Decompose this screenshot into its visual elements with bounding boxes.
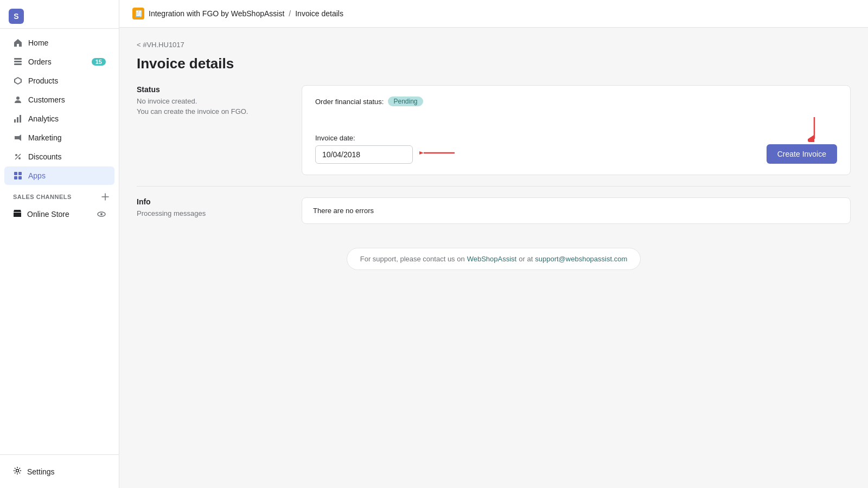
app-icon: 🧾 bbox=[132, 8, 144, 20]
info-section: Info Processing messages There are no er… bbox=[137, 197, 851, 224]
sidebar-item-apps-label: Apps bbox=[28, 171, 46, 180]
support-bar: For support, please contact us on WebSho… bbox=[347, 248, 641, 270]
add-sales-channel-icon[interactable] bbox=[100, 192, 110, 202]
orders-badge: 15 bbox=[92, 58, 106, 66]
info-card: There are no errors bbox=[302, 197, 851, 224]
svg-rect-1 bbox=[14, 61, 22, 62]
section-divider bbox=[137, 186, 851, 187]
svg-point-3 bbox=[16, 97, 20, 100]
status-label: Status bbox=[137, 85, 289, 94]
status-left: Status No invoice created. You can creat… bbox=[137, 85, 289, 175]
logo-icon: S bbox=[9, 9, 24, 24]
sidebar-item-analytics[interactable]: Analytics bbox=[4, 110, 114, 128]
sales-channels-header: SALES CHANNELS bbox=[0, 185, 119, 204]
no-invoice-text: No invoice created. bbox=[137, 97, 289, 105]
svg-rect-4 bbox=[14, 119, 16, 123]
svg-rect-10 bbox=[14, 172, 17, 175]
sidebar-item-home-label: Home bbox=[28, 38, 48, 47]
create-invoice-area: Create Invoice bbox=[464, 115, 837, 164]
sidebar-item-home[interactable]: Home bbox=[4, 34, 114, 52]
sidebar-item-discounts-label: Discounts bbox=[28, 152, 61, 161]
settings-label: Settings bbox=[27, 467, 55, 476]
date-input-wrapper bbox=[315, 145, 413, 164]
sidebar-footer: Settings bbox=[0, 454, 119, 488]
arrow-down-svg bbox=[808, 115, 821, 142]
svg-point-8 bbox=[18, 157, 21, 159]
svg-rect-12 bbox=[14, 176, 17, 179]
create-invoice-button[interactable]: Create Invoice bbox=[767, 144, 837, 164]
sidebar-item-customers-label: Customers bbox=[28, 95, 65, 104]
main-content: 🧾 Integration with FGO by WebShopAssist … bbox=[119, 0, 868, 488]
svg-rect-13 bbox=[18, 176, 22, 179]
support-text-middle: or at bbox=[519, 255, 533, 263]
customers-icon bbox=[13, 95, 23, 105]
info-label: Info bbox=[137, 197, 289, 206]
topbar-app-name: Integration with FGO by WebShopAssist bbox=[149, 9, 284, 18]
sidebar-item-customers[interactable]: Customers bbox=[4, 91, 114, 109]
online-store-icon bbox=[13, 209, 22, 219]
topbar-separator: / bbox=[289, 9, 291, 18]
sidebar-item-discounts[interactable]: Discounts bbox=[4, 147, 114, 166]
sidebar: S Home Orders 15 Products Custom bbox=[0, 0, 119, 488]
products-icon bbox=[13, 76, 23, 86]
sidebar-item-marketing-label: Marketing bbox=[28, 133, 61, 142]
page-title: Invoice details bbox=[137, 55, 851, 72]
svg-rect-6 bbox=[20, 115, 21, 123]
topbar: 🧾 Integration with FGO by WebShopAssist … bbox=[119, 0, 868, 28]
no-errors-text: There are no errors bbox=[313, 207, 374, 215]
sidebar-nav: Home Orders 15 Products Customers bbox=[0, 29, 119, 454]
arrow-left-svg bbox=[419, 146, 457, 159]
sidebar-item-marketing[interactable]: Marketing bbox=[4, 129, 114, 147]
back-link[interactable]: < #VH.HU1017 bbox=[137, 41, 851, 49]
red-arrow-down-wrapper bbox=[808, 115, 837, 142]
apps-icon bbox=[13, 171, 23, 181]
processing-messages-label: Processing messages bbox=[137, 209, 289, 217]
topbar-current-page: Invoice details bbox=[295, 9, 343, 18]
sidebar-item-analytics-label: Analytics bbox=[28, 114, 59, 123]
red-arrow-left bbox=[419, 146, 457, 159]
sidebar-item-orders[interactable]: Orders 15 bbox=[4, 53, 114, 71]
status-section: Status No invoice created. You can creat… bbox=[137, 85, 851, 175]
create-on-fgo-text: You can create the invoice on FGO. bbox=[137, 107, 289, 115]
status-card: Order financial status: Pending Invoice … bbox=[302, 85, 851, 175]
sidebar-item-orders-label: Orders bbox=[28, 57, 52, 66]
svg-rect-0 bbox=[14, 58, 22, 60]
sidebar-item-apps[interactable]: Apps bbox=[4, 166, 114, 185]
sidebar-item-settings[interactable]: Settings bbox=[4, 462, 114, 481]
analytics-icon bbox=[13, 114, 23, 124]
svg-rect-11 bbox=[18, 172, 22, 175]
financial-status-row: Order financial status: Pending bbox=[315, 97, 837, 106]
financial-status-label: Order financial status: bbox=[315, 98, 384, 106]
sidebar-item-online-store[interactable]: Online Store bbox=[4, 204, 114, 223]
page-content: < #VH.HU1017 Invoice details Status No i… bbox=[119, 28, 868, 488]
svg-rect-5 bbox=[17, 117, 18, 123]
home-icon bbox=[13, 38, 23, 48]
settings-icon bbox=[13, 466, 22, 477]
svg-point-16 bbox=[16, 470, 19, 472]
discounts-icon bbox=[13, 152, 23, 162]
marketing-icon bbox=[13, 133, 23, 143]
sidebar-logo: S bbox=[0, 0, 119, 29]
sidebar-item-products-label: Products bbox=[28, 76, 58, 85]
back-link-label: < #VH.HU1017 bbox=[137, 41, 184, 49]
svg-point-7 bbox=[15, 154, 17, 156]
sidebar-item-products[interactable]: Products bbox=[4, 72, 114, 90]
support-link-email[interactable]: support@webshopassist.com bbox=[535, 255, 627, 263]
orders-icon bbox=[13, 57, 23, 67]
support-link-webshopassist[interactable]: WebShopAssist bbox=[467, 255, 517, 263]
invoice-date-input[interactable] bbox=[315, 145, 413, 164]
pending-badge: Pending bbox=[388, 97, 423, 106]
sales-channels-label: SALES CHANNELS bbox=[13, 194, 72, 200]
support-bar-wrapper: For support, please contact us on WebSho… bbox=[137, 235, 851, 270]
support-text-before: For support, please contact us on bbox=[360, 255, 465, 263]
info-left: Info Processing messages bbox=[137, 197, 289, 224]
invoice-date-field: Invoice date: bbox=[315, 134, 413, 164]
online-store-label: Online Store bbox=[27, 210, 69, 219]
svg-rect-2 bbox=[14, 63, 22, 65]
svg-point-15 bbox=[100, 213, 103, 215]
invoice-date-label: Invoice date: bbox=[315, 134, 413, 142]
eye-icon[interactable] bbox=[97, 210, 106, 219]
